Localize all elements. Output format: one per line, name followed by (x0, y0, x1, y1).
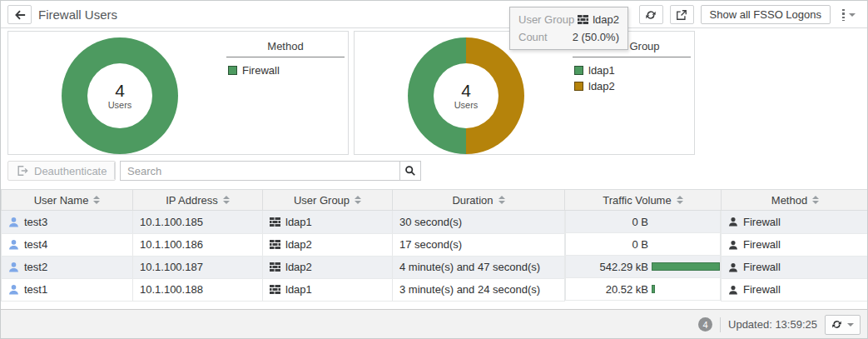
more-options-menu[interactable] (837, 5, 861, 24)
legend-item-ldap2[interactable]: ldap2 (574, 80, 691, 92)
legend-item-firewall[interactable]: Firewall (228, 64, 345, 77)
back-button[interactable] (7, 5, 32, 24)
search-icon (404, 165, 416, 177)
user-name: test2 (24, 261, 47, 273)
duration: 3 minute(s) and 24 second(s) (399, 283, 540, 296)
table-row[interactable]: test3 10.1.100.185 ldap1 30 second(s) 0 … (2, 211, 868, 234)
user-group-icon (270, 262, 280, 272)
updated-timestamp: Updated: 13:59:25 (728, 318, 817, 331)
logout-icon (17, 165, 28, 177)
deauthenticate-button[interactable]: Deauthenticate (7, 161, 116, 181)
column-header-ip-address[interactable]: IP Address (133, 190, 263, 211)
row-count-badge: 4 (698, 317, 712, 332)
user-group-icon (270, 285, 280, 294)
user-group-donut-label: Users (454, 100, 479, 110)
method-legend: Method Firewall (226, 40, 345, 77)
open-in-new-window-button[interactable] (670, 5, 694, 24)
method-chart-panel: 4 Users Method Firewall (7, 31, 349, 155)
sort-icon[interactable] (355, 196, 361, 204)
toolbar-divider (114, 162, 115, 179)
method: Firewall (743, 261, 781, 273)
auto-refresh-button[interactable] (825, 315, 861, 335)
traffic-bar (652, 285, 655, 293)
chevron-down-icon (849, 13, 856, 17)
column-header-method[interactable]: Method (722, 190, 868, 211)
search-box (120, 161, 421, 181)
user-name: test1 (24, 283, 47, 296)
legend-item-ldap1[interactable]: ldap1 (574, 64, 691, 77)
table-row[interactable]: test2 10.1.100.187 ldap2 4 minute(s) and… (2, 256, 868, 278)
table-row[interactable]: test4 10.1.100.186 ldap2 17 second(s) 0 … (2, 233, 868, 256)
status-bar: 4 Updated: 13:59:25 (1, 309, 867, 338)
topbar-actions: Show all FSSO Logons (639, 5, 861, 24)
traffic-volume: 0 B (566, 216, 648, 228)
sort-icon[interactable] (677, 196, 683, 204)
method-legend-title: Method (226, 40, 345, 57)
footer-divider (720, 317, 721, 332)
column-header-user-name[interactable]: User Name (2, 190, 133, 211)
legend-label: Firewall (242, 64, 280, 77)
user-name: test4 (24, 238, 47, 251)
legend-swatch (574, 82, 583, 91)
user-group: ldap2 (285, 261, 312, 273)
traffic-bar (652, 262, 720, 271)
legend-swatch (574, 66, 583, 75)
method-donut-value: 4 (115, 82, 125, 100)
person-icon (728, 217, 738, 227)
method-donut-center: 4 Users (87, 63, 152, 128)
traffic-volume: 0 B (566, 238, 648, 251)
column-header-user-group[interactable]: User Group (263, 190, 393, 211)
user-group-icon (578, 15, 588, 24)
ip-address: 10.1.100.186 (140, 238, 203, 251)
tooltip-label: Count (518, 31, 548, 43)
sort-icon[interactable] (223, 196, 230, 204)
refresh-button[interactable] (639, 5, 663, 24)
person-icon (728, 285, 738, 295)
column-header-traffic-volume[interactable]: Traffic Volume (565, 190, 722, 211)
user-group: ldap2 (285, 238, 312, 251)
user-icon (8, 239, 19, 250)
top-bar: Firewall Users Show all FSSO Logons (1, 1, 867, 28)
user-group-donut-center: 4 Users (434, 63, 498, 128)
traffic-volume: 542.29 kB (566, 261, 648, 273)
user-icon (8, 262, 19, 272)
sort-icon[interactable] (812, 196, 819, 204)
deauthenticate-label: Deauthenticate (34, 165, 107, 177)
user-group-icon (270, 217, 280, 227)
firewall-users-table: User Name IP Address User Group Duration… (1, 189, 868, 302)
page-title: Firewall Users (38, 1, 117, 28)
duration: 4 minute(s) and 47 second(s) (399, 261, 540, 273)
user-group-icon (270, 240, 280, 249)
method: Firewall (743, 283, 781, 296)
duration: 30 second(s) (399, 216, 462, 228)
ip-address: 10.1.100.187 (140, 261, 203, 273)
person-icon (728, 240, 738, 250)
tooltip-label: User Group (518, 13, 574, 26)
table-header-row: User Name IP Address User Group Duration… (2, 190, 868, 211)
method-donut-chart[interactable]: 4 Users (62, 37, 178, 154)
show-all-fsso-logons-button[interactable]: Show all FSSO Logons (701, 5, 831, 24)
method: Firewall (743, 238, 781, 251)
user-group: ldap1 (285, 283, 312, 296)
tooltip-value: 2 (50.0%) (573, 31, 619, 43)
firewall-users-page: Firewall Users Show all FSSO Logons (0, 0, 868, 339)
user-name: test3 (24, 216, 47, 228)
tooltip-value: ldap2 (578, 13, 619, 26)
duration: 17 second(s) (399, 238, 462, 251)
user-group: ldap1 (285, 216, 312, 228)
method-donut-label: Users (108, 100, 132, 110)
refresh-icon (831, 319, 842, 330)
method: Firewall (743, 216, 781, 228)
user-group-donut-chart[interactable]: 4 Users (408, 37, 524, 154)
table-row[interactable]: test1 10.1.100.188 ldap1 3 minute(s) and… (2, 278, 868, 301)
search-button[interactable] (399, 161, 421, 181)
legend-label: ldap2 (588, 80, 615, 92)
column-header-duration[interactable]: Duration (393, 190, 565, 211)
chart-tooltip: User Group ldap2 Count 2 (50.0%) (509, 7, 628, 50)
search-input[interactable] (120, 161, 399, 181)
sort-icon[interactable] (93, 196, 100, 204)
vertical-dots-icon (842, 9, 845, 21)
sort-icon[interactable] (498, 196, 505, 204)
person-icon (728, 262, 738, 272)
refresh-icon (645, 9, 657, 21)
